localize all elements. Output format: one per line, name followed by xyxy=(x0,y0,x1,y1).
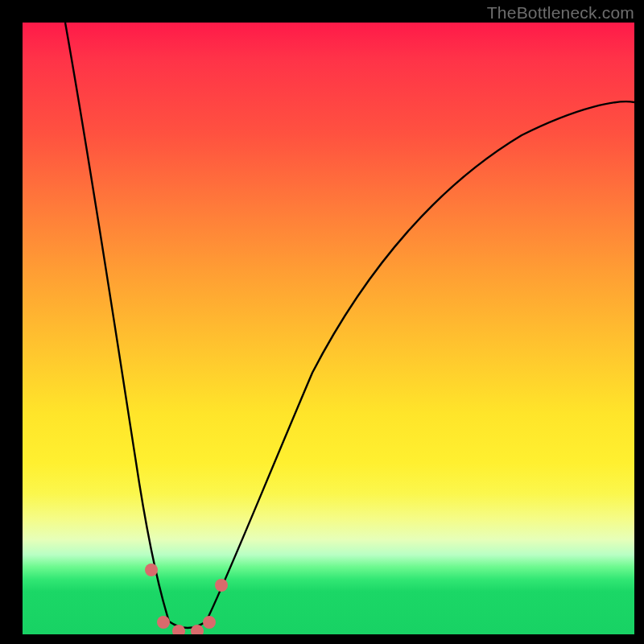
curve-layer xyxy=(23,23,634,634)
marker-dot xyxy=(145,564,158,576)
curve-left-branch xyxy=(65,23,169,621)
marker-dot xyxy=(203,616,216,629)
chart-stage: TheBottleneck.com xyxy=(0,0,644,644)
marker-dot xyxy=(215,579,228,592)
marker-dot xyxy=(191,625,204,634)
plot-area xyxy=(23,23,634,634)
watermark-text: TheBottleneck.com xyxy=(487,3,634,23)
marker-dot xyxy=(157,616,170,629)
marker-dot xyxy=(172,625,185,634)
curve-right-branch xyxy=(206,101,634,621)
